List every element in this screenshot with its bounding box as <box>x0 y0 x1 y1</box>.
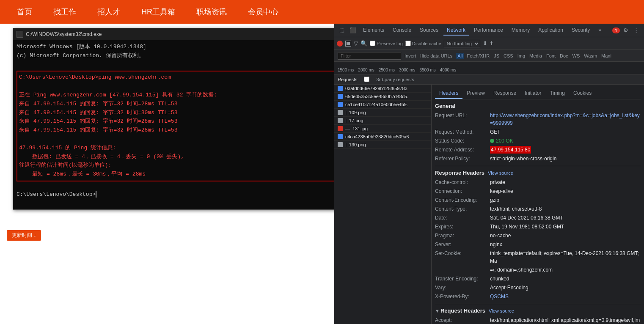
filter-fetch-xhr[interactable]: Fetch/XHR <box>465 53 491 59</box>
tab-response[interactable]: Response <box>489 88 520 99</box>
update-button[interactable]: 更新时间 ↓ <box>7 230 41 241</box>
file-icon-3 <box>338 102 343 107</box>
nav-item-首页[interactable]: 首页 <box>17 7 32 17</box>
file-item-3[interactable]: c51ce410c124a10e0db5e4b9. <box>334 101 431 109</box>
import-icon[interactable]: ⬇ <box>483 40 487 47</box>
filter-mani[interactable]: Mani <box>600 53 613 59</box>
file-name-1: 03afdbd66e7929b125f859783 <box>345 86 407 91</box>
file-item-7[interactable]: c4ca4238a0b923820dcc509a6 <box>334 133 431 141</box>
cmd-title-left: C:\WINDOWS\system32\cmd.exe <box>17 31 102 38</box>
divider-2 <box>435 304 641 304</box>
requests-label[interactable]: Requests <box>338 77 357 82</box>
file-dash-4: | <box>345 110 347 115</box>
export-icon[interactable]: ⬆ <box>489 40 494 47</box>
file-icon-8 <box>338 142 343 147</box>
timeline-1500: 1500 ms <box>338 68 358 74</box>
vary-row: Vary: Accept-Encoding <box>435 284 641 291</box>
file-dash-8: | <box>345 142 347 147</box>
devtools-more-icon[interactable]: ⋮ <box>632 26 641 34</box>
tab-elements[interactable]: Elements <box>360 25 388 36</box>
filter-font[interactable]: Font <box>545 53 557 59</box>
tab-application[interactable]: Application <box>535 25 567 36</box>
date-row: Date: Sat, 04 Dec 2021 06:16:38 GMT <box>435 214 641 222</box>
request-url-key: Request URL: <box>435 112 490 119</box>
filter-types: All Fetch/XHR JS CSS Img Media Font Doc … <box>456 53 613 59</box>
record-button[interactable] <box>337 41 343 47</box>
file-name-7: c4ca4238a0b923820dcc509a6 <box>345 134 409 139</box>
cmd-ping-command: C:\Users\Lenovo\Desktop>ping www.shengze… <box>19 73 334 82</box>
set-cookie-key: Set-Cookie: <box>435 250 490 257</box>
tab-memory[interactable]: Memory <box>508 25 533 36</box>
file-item-2[interactable]: 65ded5353c5ee48d0b7d48c5. <box>334 93 431 101</box>
devtools-device-icon[interactable]: ⬛ <box>348 26 358 34</box>
search-icon[interactable]: 🔍 <box>361 40 367 47</box>
tab-more[interactable]: » <box>595 25 605 36</box>
preserve-log-label[interactable]: Preserve log <box>370 41 403 46</box>
requests-bar: Requests 3rd-party requests <box>334 74 644 85</box>
filter-input[interactable] <box>338 52 401 60</box>
response-headers-title: Response Headers <box>435 170 484 176</box>
request-url-value[interactable]: http://www.shengzehr.com/index.php?m=&c=… <box>490 112 641 127</box>
tab-security[interactable]: Security <box>568 25 593 36</box>
tab-headers[interactable]: Headers <box>435 88 462 99</box>
file-item-6[interactable]: — 131.jpg <box>334 125 431 133</box>
disable-cache-label[interactable]: Disable cache <box>405 41 441 46</box>
filter-doc[interactable]: Doc <box>558 53 570 59</box>
filter-ws[interactable]: WS <box>571 53 582 59</box>
set-cookie-cont-value: =/; domain=.shengzehr.com <box>490 266 553 274</box>
nav-item-招人才[interactable]: 招人才 <box>97 7 120 17</box>
request-method-key: Request Method: <box>435 128 490 136</box>
tab-preview[interactable]: Preview <box>462 88 489 99</box>
file-item-1[interactable]: 03afdbd66e7929b125f859783 <box>334 85 431 93</box>
request-view-source[interactable]: View source <box>489 308 514 313</box>
file-item-4[interactable]: | 109.png <box>334 109 431 117</box>
cmd-reply-4: 来自 47.99.154.115 的回复: 字节=32 时间=28ms TTL=… <box>19 126 334 135</box>
accept-row: Accept: text/html,application/xhtml+xml,… <box>435 316 641 324</box>
filter-all[interactable]: All <box>456 53 464 59</box>
tab-initiator[interactable]: Initiator <box>520 88 545 99</box>
filter-media[interactable]: Media <box>528 53 544 59</box>
filter-css[interactable]: CSS <box>502 53 515 59</box>
filter-img[interactable]: Img <box>516 53 527 59</box>
file-name-4: 109.png <box>349 110 366 115</box>
timeline-bar: 1500 ms 2000 ms 2500 ms 3000 ms 3500 ms … <box>334 62 644 74</box>
nav-item-职场资讯[interactable]: 职场资讯 <box>196 7 227 17</box>
devtools-inspect-icon[interactable]: ⬚ <box>338 26 346 34</box>
date-value: Sat, 04 Dec 2021 06:16:38 GMT <box>490 214 563 222</box>
server-row: Server: nginx <box>435 241 641 248</box>
network-toolbar: ▽ 🔍 Preserve log Disable cache No thrott… <box>334 37 644 50</box>
file-item-8[interactable]: | 130.png <box>334 141 431 149</box>
filter-wasm[interactable]: Wasm <box>582 53 599 59</box>
error-badge: 1 <box>612 27 620 33</box>
nav-item-HR工具箱[interactable]: HR工具箱 <box>141 7 175 17</box>
disable-cache-checkbox[interactable] <box>405 41 411 46</box>
tab-performance[interactable]: Performance <box>471 25 506 36</box>
cmd-title-text: C:\WINDOWS\system32\cmd.exe <box>26 31 102 37</box>
request-headers-title: Request Headers <box>440 308 485 314</box>
tab-console[interactable]: Console <box>389 25 415 36</box>
invert-label: Invert <box>405 53 416 58</box>
throttle-select[interactable]: No throttling <box>444 40 480 47</box>
devtools-settings-icon[interactable]: ⚙ <box>622 26 630 34</box>
tab-timing[interactable]: Timing <box>545 88 569 99</box>
tab-sources[interactable]: Sources <box>416 25 442 36</box>
preserve-log-checkbox[interactable] <box>370 41 375 46</box>
response-view-source[interactable]: View source <box>488 170 513 176</box>
tab-network[interactable]: Network <box>443 25 469 36</box>
cache-control-key: Cache-control: <box>435 178 490 186</box>
nav-item-找工作[interactable]: 找工作 <box>53 7 76 17</box>
third-party-checkbox[interactable] <box>364 77 369 82</box>
file-icon-4 <box>338 110 343 115</box>
filter-js[interactable]: JS <box>492 53 501 59</box>
clear-button[interactable] <box>345 41 351 47</box>
connection-value: keep-alive <box>490 187 513 195</box>
tab-cookies[interactable]: Cookies <box>569 88 596 99</box>
nav-item-会员中心[interactable]: 会员中心 <box>248 7 278 17</box>
date-key: Date: <box>435 214 490 222</box>
file-item-5[interactable]: | 17.png <box>334 117 431 125</box>
file-name-2: 65ded5353c5ee48d0b7d48c5. <box>345 94 408 99</box>
cmd-final-prompt: C:\Users\Lenovo\Desktop> <box>17 190 334 199</box>
remote-address-row: Remote Address: 47.99.154.115:80 <box>435 146 641 154</box>
filter-icon: ▽ <box>354 40 358 47</box>
content-encoding-key: Content-Encoding: <box>435 196 490 204</box>
